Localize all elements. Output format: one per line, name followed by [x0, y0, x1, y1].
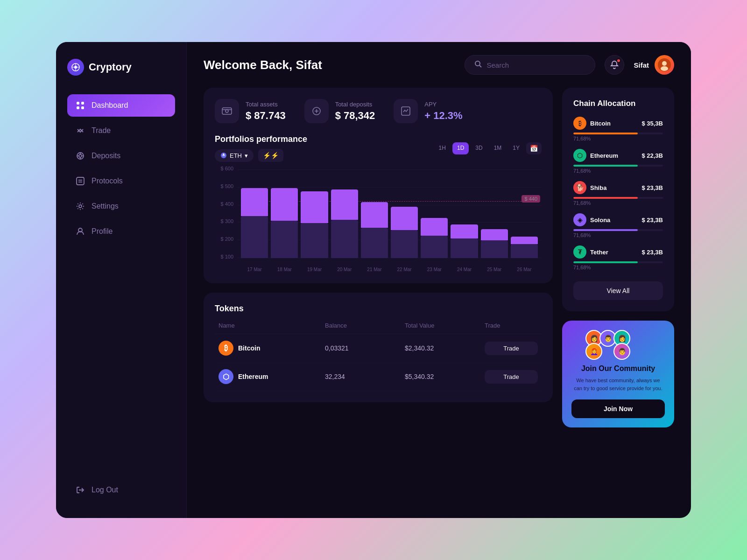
- bar-top-7: [421, 218, 448, 236]
- bar-top-3: [301, 191, 328, 223]
- main-content: Welcome Back, Sifat Sifat: [187, 42, 691, 518]
- bar-top-9: [481, 229, 508, 240]
- sidebar-item-profile[interactable]: Profile: [67, 220, 175, 243]
- eth-balance: 32,234: [325, 373, 405, 380]
- app-name: Cryptory: [89, 61, 132, 73]
- svg-point-23: [662, 61, 667, 66]
- chain-icon-btc: ₿: [573, 117, 586, 130]
- sidebar-item-protocols[interactable]: Protocols: [67, 170, 175, 192]
- bar-group-5: [361, 202, 388, 258]
- time-filter-1h[interactable]: 1H: [434, 142, 451, 154]
- total-deposits-label: Total deposits: [335, 101, 375, 108]
- bar-top-6: [391, 207, 418, 230]
- bar-bottom-4: [331, 220, 358, 258]
- chain-item-teth: ₮ Tether $ 23,3B 71,68%: [573, 245, 663, 270]
- time-filter-1m[interactable]: 1M: [489, 142, 507, 154]
- bar-top-4: [331, 189, 358, 220]
- eth-label: ETH: [230, 152, 242, 159]
- deposits-label: Deposits: [92, 152, 120, 160]
- bar-top-2: [271, 188, 298, 221]
- sidebar-item-dashboard[interactable]: Dashboard: [67, 94, 175, 117]
- join-now-button[interactable]: Join Now: [571, 399, 665, 418]
- svg-point-26: [226, 110, 228, 112]
- chain-name-shib: Shiba: [590, 184, 606, 191]
- bar-group-6: [391, 207, 418, 258]
- notification-button[interactable]: [605, 55, 624, 75]
- btc-balance: 0,03321: [325, 344, 405, 352]
- x-label-9: 25 Mar: [481, 267, 508, 272]
- th-total-value: Total Value: [405, 322, 485, 329]
- total-deposits-stat: Total deposits $ 78,342: [304, 99, 375, 123]
- calendar-button[interactable]: 📅: [526, 142, 542, 154]
- tokens-title: Tokens: [215, 304, 542, 314]
- bar-bottom-7: [421, 236, 448, 258]
- logo-icon: [67, 59, 84, 76]
- bar-group-3: [301, 191, 328, 258]
- time-filter-1d[interactable]: 1D: [452, 142, 469, 154]
- profile-label: Profile: [92, 227, 113, 236]
- bar-group-10: [511, 237, 538, 258]
- sidebar-item-trade[interactable]: Trade: [67, 119, 175, 142]
- apy-label: APY: [424, 101, 462, 108]
- sidebar: Cryptory Dashboard Trade: [56, 42, 187, 518]
- bar-group-8: [451, 224, 478, 258]
- search-bar[interactable]: [465, 55, 595, 75]
- x-label-6: 22 Mar: [391, 267, 418, 272]
- svg-point-9: [79, 154, 82, 157]
- protocols-label: Protocols: [92, 177, 123, 185]
- total-deposits-value: $ 78,342: [335, 110, 375, 122]
- total-assets-stat: Total assets $ 87.743: [215, 99, 286, 123]
- logout-button[interactable]: Log Out: [67, 479, 175, 501]
- bar-bottom-5: [361, 228, 388, 258]
- btc-trade-button[interactable]: Trade: [485, 342, 538, 355]
- sidebar-item-settings[interactable]: Settings: [67, 195, 175, 217]
- stats-row: Total assets $ 87.743: [215, 99, 542, 123]
- svg-rect-14: [77, 177, 84, 185]
- sidebar-item-deposits[interactable]: Deposits: [67, 145, 175, 167]
- chain-pct-btc: 71,68%: [573, 136, 663, 141]
- token-name-btc: ₿ Bitcoin: [218, 341, 325, 356]
- apy-icon: [394, 99, 418, 123]
- total-assets-icon: [215, 99, 239, 123]
- view-all-button[interactable]: View All: [573, 281, 663, 300]
- community-avatars: 👩 👨 👩 👩‍🦰 👨: [571, 330, 665, 358]
- chain-pct-sol: 71,68%: [573, 232, 663, 238]
- bar-bottom-2: [271, 221, 298, 258]
- time-filter-3d[interactable]: 3D: [471, 142, 487, 154]
- bar-group-7: [421, 218, 448, 258]
- svg-rect-4: [77, 102, 79, 105]
- time-filter-1y[interactable]: 1Y: [508, 142, 524, 154]
- x-label-2: 18 Mar: [271, 267, 298, 272]
- chart-title: Portfolios performance: [215, 134, 307, 144]
- eth-selector[interactable]: ETH ▾: [215, 149, 254, 162]
- bar-group-4: [331, 189, 358, 258]
- x-label-3: 19 Mar: [301, 267, 328, 272]
- chain-value-shib: $ 23,3B: [641, 184, 663, 191]
- bar-chart: $ 600 $ 500 $ 400 $ 300 $ 200 $ 100 $ 44…: [215, 169, 542, 272]
- eth-chevron: ▾: [245, 152, 248, 159]
- chart-filter-button[interactable]: ⚡⚡: [258, 149, 283, 162]
- x-label-8: 24 Mar: [451, 267, 478, 272]
- btc-label: Bitcoin: [238, 344, 260, 352]
- chain-value-eth: $ 22,3B: [641, 152, 663, 159]
- search-input[interactable]: [486, 61, 585, 69]
- chain-pct-shib: 71,68%: [573, 200, 663, 206]
- x-label-4: 20 Mar: [331, 267, 358, 272]
- time-filters: 1H 1D 3D 1M 1Y 📅: [434, 142, 542, 154]
- bar-top-8: [451, 224, 478, 238]
- bar-top-5: [361, 202, 388, 228]
- chain-value-btc: $ 35,3B: [641, 120, 663, 127]
- protocols-icon: [76, 176, 85, 186]
- chain-name-btc: Bitcoin: [590, 120, 611, 127]
- th-name: Name: [218, 322, 325, 329]
- bar-bottom-3: [301, 223, 328, 258]
- x-label-7: 23 Mar: [421, 267, 448, 272]
- chain-name-teth: Tether: [590, 249, 608, 256]
- table-header: Name Balance Total Value Trade: [215, 322, 542, 334]
- trade-icon: [76, 126, 85, 135]
- right-column: Chain Allocation ₿ Bitcoin $ 35,3B 71,68…: [562, 88, 674, 505]
- eth-trade-button[interactable]: Trade: [485, 370, 538, 384]
- bar-bottom-9: [481, 240, 508, 258]
- logout-label: Log Out: [92, 486, 118, 494]
- bar-bottom-8: [451, 238, 478, 258]
